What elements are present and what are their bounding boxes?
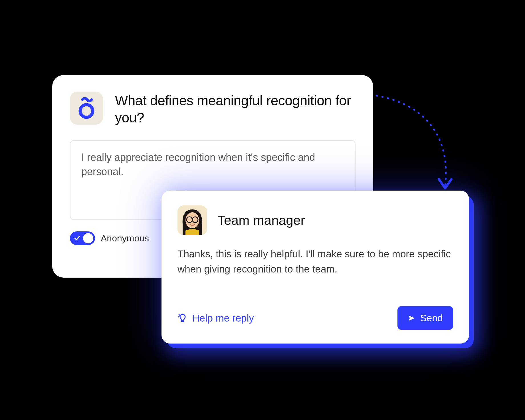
svg-point-0: [80, 105, 93, 117]
help-me-reply-button[interactable]: Help me reply: [177, 312, 254, 324]
help-me-reply-label: Help me reply: [192, 312, 254, 324]
anonymous-toggle-label: Anonymous: [101, 233, 149, 244]
anonymous-toggle[interactable]: [70, 231, 95, 245]
reply-header: Team manager: [177, 205, 453, 235]
question-header: What defines meaningful recognition for …: [70, 92, 356, 126]
reply-card: Team manager Thanks, this is really help…: [161, 191, 469, 344]
send-button[interactable]: Send: [397, 306, 453, 330]
svg-line-8: [179, 314, 179, 315]
avatar: [177, 205, 207, 235]
send-button-label: Send: [420, 312, 443, 324]
reply-footer: Help me reply Send: [177, 306, 453, 330]
connector-arrow: [362, 91, 465, 197]
reply-body: Thanks, this is really helpful. I'll mak…: [177, 247, 453, 276]
lightbulb-icon: [177, 313, 188, 323]
brand-logo-icon: [70, 92, 103, 125]
check-icon: [74, 235, 80, 241]
question-title: What defines meaningful recognition for …: [115, 92, 356, 126]
reply-author-role: Team manager: [217, 213, 305, 228]
send-icon: [408, 314, 416, 322]
